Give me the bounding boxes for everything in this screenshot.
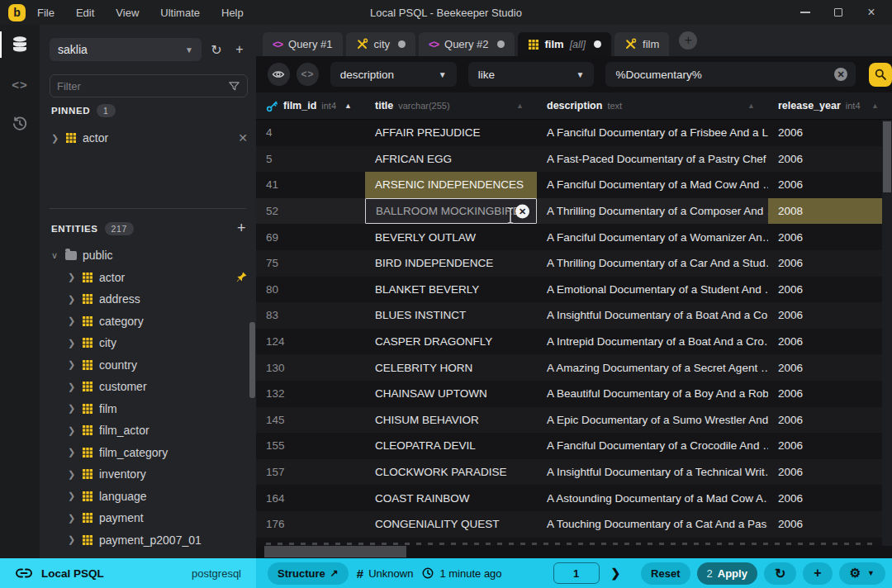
pin-icon[interactable] bbox=[235, 271, 248, 283]
chevron-right-icon[interactable]: ❯ bbox=[68, 359, 76, 370]
cell-release-year[interactable]: 2006 bbox=[768, 485, 892, 511]
new-tab-button[interactable]: + bbox=[679, 31, 697, 50]
cell-release-year[interactable]: 2006 bbox=[768, 459, 892, 486]
table-row-176[interactable]: 176CONGENIALITY QUESTA Touching Document… bbox=[256, 511, 892, 538]
cell-release-year[interactable]: 2006 bbox=[768, 250, 892, 277]
hide-columns-button[interactable] bbox=[268, 63, 290, 86]
sort-arrow-icon[interactable]: ▲ bbox=[516, 102, 524, 110]
cell-film-id[interactable]: 164 bbox=[256, 485, 365, 511]
cell-title[interactable]: CLOCKWORK PARADISE bbox=[365, 459, 537, 486]
menu-help[interactable]: Help bbox=[221, 7, 244, 19]
cell-film-id[interactable]: 80 bbox=[256, 277, 365, 303]
cell-description[interactable]: A Fanciful Documentary of a Frisbee And … bbox=[537, 120, 768, 146]
cell-release-year[interactable]: 2006 bbox=[768, 329, 892, 355]
tab-city-1[interactable]: city bbox=[346, 32, 416, 56]
cell-description[interactable]: A Fanciful Documentary of a Crocodile An… bbox=[537, 433, 768, 459]
cell-description[interactable]: A Fast-Paced Documentary of a Pastry Che… bbox=[537, 146, 768, 173]
cell-title[interactable]: CHAINSAW UPTOWN bbox=[365, 381, 537, 407]
sidebar-table-payment[interactable]: ❯payment bbox=[68, 507, 248, 529]
minimize-button[interactable] bbox=[799, 7, 811, 18]
clear-edit-icon[interactable]: ✕ bbox=[515, 204, 529, 218]
table-row-164[interactable]: 164COAST RAINBOWA Astounding Documentary… bbox=[256, 485, 892, 511]
vertical-scrollbar[interactable] bbox=[882, 120, 892, 546]
cell-title[interactable]: CASPER DRAGONFLY bbox=[365, 329, 537, 355]
menu-file[interactable]: File bbox=[37, 7, 55, 19]
cell-title[interactable]: CONGENIALITY QUEST bbox=[365, 511, 537, 538]
filter-column-select[interactable]: description ▼ bbox=[330, 62, 457, 87]
tab-film-3[interactable]: film[all] bbox=[518, 32, 612, 56]
settings-button[interactable]: ⚙ ▼ bbox=[839, 562, 885, 585]
tab-film-4[interactable]: film bbox=[614, 32, 669, 56]
cell-film-id[interactable]: 83 bbox=[256, 302, 365, 329]
cell-release-year[interactable]: 2006 bbox=[768, 511, 892, 538]
cell-release-year[interactable]: 2006 bbox=[768, 224, 892, 250]
sidebar-table-actor[interactable]: ❯actor bbox=[68, 267, 248, 289]
chevron-right-icon[interactable]: ❯ bbox=[68, 338, 76, 349]
chevron-right-icon[interactable]: ❯ bbox=[68, 447, 76, 458]
cell-release-year[interactable]: 2006 bbox=[768, 146, 892, 173]
rail-history-button[interactable] bbox=[0, 104, 40, 144]
cell-release-year[interactable]: 2006 bbox=[768, 172, 892, 198]
filter-value-field[interactable]: ✕ bbox=[605, 62, 856, 87]
sidebar-table-film-actor[interactable]: ❯film_actor bbox=[68, 420, 248, 442]
horizontal-scrollbar-thumb[interactable] bbox=[264, 546, 406, 557]
rail-queries-button[interactable]: <> bbox=[0, 64, 40, 104]
column-header-film-id[interactable]: film_idint4▲ bbox=[256, 100, 365, 112]
sidebar-table-country[interactable]: ❯country bbox=[68, 354, 248, 377]
database-selector[interactable]: saklia ▼ bbox=[50, 38, 202, 61]
funnel-icon[interactable] bbox=[228, 80, 240, 92]
cell-release-year[interactable]: 2006 bbox=[768, 407, 892, 434]
cell-description[interactable]: A Amazing Documentary of a Secret Agent … bbox=[537, 354, 768, 381]
cell-title[interactable]: BIRD INDEPENDENCE bbox=[365, 250, 537, 277]
table-row-41[interactable]: 41ARSENIC INDEPENDENCESA Fanciful Docume… bbox=[256, 172, 892, 198]
sidebar-table-language[interactable]: ❯language bbox=[68, 486, 248, 508]
cell-release-year[interactable]: 2006 bbox=[768, 277, 892, 303]
cell-description[interactable]: A Thrilling Documentary of a Composer An… bbox=[537, 198, 768, 225]
sidebar-table-payment-p2007-01[interactable]: ❯payment_p2007_01 bbox=[68, 529, 248, 552]
cell-film-id[interactable]: 75 bbox=[256, 250, 365, 277]
chevron-down-icon[interactable]: ∨ bbox=[51, 250, 59, 261]
cell-title-editor[interactable]: BALLROOM MOCKINGBIRD✕ bbox=[365, 198, 537, 225]
column-header-release-year[interactable]: release_yearint4▲ bbox=[768, 100, 892, 111]
table-row-52[interactable]: 52BALLROOM MOCKINGBIRD✕A Thrilling Docum… bbox=[256, 198, 892, 225]
sort-arrow-icon[interactable]: ▲ bbox=[871, 102, 879, 110]
maximize-button[interactable] bbox=[833, 7, 844, 18]
close-button[interactable]: × bbox=[866, 7, 877, 18]
chevron-right-icon[interactable]: ❯ bbox=[68, 534, 76, 545]
cell-description[interactable]: A Intrepid Documentary of a Boat And a C… bbox=[537, 329, 768, 355]
sidebar-table-inventory[interactable]: ❯inventory bbox=[68, 463, 248, 486]
chevron-right-icon[interactable]: ❯ bbox=[68, 491, 76, 501]
cell-title[interactable]: AFFAIR PREJUDICE bbox=[365, 120, 537, 146]
cell-film-id[interactable]: 132 bbox=[256, 381, 365, 407]
cell-film-id[interactable]: 4 bbox=[256, 120, 365, 146]
apply-button[interactable]: 2 Apply bbox=[697, 562, 757, 585]
menu-ultimate[interactable]: Ultimate bbox=[160, 7, 200, 19]
table-row-157[interactable]: 157CLOCKWORK PARADISEA Insightful Docume… bbox=[256, 459, 892, 486]
reset-button[interactable]: Reset bbox=[641, 562, 690, 585]
next-page-button[interactable]: ❯ bbox=[611, 567, 621, 580]
column-header-description[interactable]: descriptiontext▲ bbox=[537, 100, 768, 111]
filter-operator-select[interactable]: like ▼ bbox=[468, 62, 595, 87]
vertical-scrollbar-thumb[interactable] bbox=[883, 121, 891, 192]
table-row-5[interactable]: 5AFRICAN EGGA Fast-Paced Documentary of … bbox=[256, 146, 892, 173]
table-row-124[interactable]: 124CASPER DRAGONFLYA Intrepid Documentar… bbox=[256, 329, 892, 355]
cell-film-id[interactable]: 41 bbox=[256, 172, 365, 198]
structure-button[interactable]: Structure ↗ bbox=[268, 562, 349, 585]
cell-release-year[interactable]: 2006 bbox=[768, 381, 892, 407]
cell-description[interactable]: A Fanciful Documentary of a Mad Cow And … bbox=[537, 172, 768, 198]
cell-film-id[interactable]: 69 bbox=[256, 224, 365, 250]
clear-filter-icon[interactable]: ✕ bbox=[834, 68, 847, 81]
cell-film-id[interactable]: 130 bbox=[256, 354, 365, 381]
chevron-right-icon[interactable]: ❯ bbox=[68, 425, 76, 436]
cell-release-year[interactable]: 2006 bbox=[768, 302, 892, 329]
sidebar-table-city[interactable]: ❯city bbox=[68, 332, 248, 354]
cell-description[interactable]: A Emotional Documentary of a Student And… bbox=[537, 277, 768, 303]
cell-description[interactable]: A Touching Documentary of a Cat And a Pa… bbox=[537, 511, 768, 538]
unpin-icon[interactable]: ✕ bbox=[238, 131, 248, 145]
cell-film-id[interactable]: 176 bbox=[256, 511, 365, 538]
cell-release-year[interactable]: 2006 bbox=[768, 433, 892, 459]
refresh-button[interactable]: ↻ bbox=[764, 562, 796, 585]
rail-tables-button[interactable] bbox=[0, 25, 40, 64]
cell-description[interactable]: A Fanciful Documentary of a Womanizer An… bbox=[537, 224, 768, 250]
cell-description[interactable]: A Epic Documentary of a Sumo Wrestler An… bbox=[537, 407, 768, 434]
